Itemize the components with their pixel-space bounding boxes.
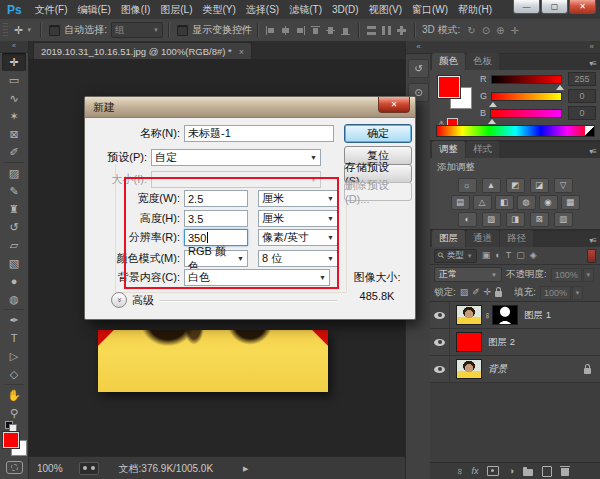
align-vcenter-icon[interactable]	[324, 24, 337, 37]
color-balance-icon[interactable]: △	[473, 195, 492, 210]
tab-layers[interactable]: 图层	[432, 230, 465, 247]
color-lookup-icon[interactable]: ▦	[561, 195, 580, 210]
distribute-center-icon[interactable]	[395, 24, 408, 37]
lock-transparent-icon[interactable]: ▨	[460, 288, 469, 297]
green-value-field[interactable]: 0	[568, 89, 596, 103]
visibility-toggle[interactable]	[430, 356, 450, 382]
tab-paths[interactable]: 路径	[500, 230, 533, 247]
current-tool-icon[interactable]: ✛▼	[11, 24, 35, 37]
curves-icon[interactable]: ◩	[506, 178, 525, 193]
hand-tool[interactable]: ✋	[2, 386, 26, 404]
black-white-icon[interactable]: ◧	[495, 195, 514, 210]
move-tool[interactable]: ✛	[2, 53, 26, 71]
name-input[interactable]: 未标题-1	[184, 125, 334, 142]
hue-saturation-icon[interactable]: ▤	[451, 195, 470, 210]
layer-style-icon[interactable]: fx	[471, 467, 478, 476]
layer-row-1[interactable]: ∞ 图层 1	[430, 302, 600, 329]
exposure-icon[interactable]: ◪	[530, 178, 549, 193]
width-input[interactable]: 2.5	[184, 190, 248, 207]
align-right-icon[interactable]	[294, 24, 307, 37]
brush-tool[interactable]: ✎	[2, 182, 26, 200]
resolution-unit-dropdown[interactable]: 像素/英寸▼	[258, 229, 338, 246]
visibility-toggle[interactable]	[430, 329, 450, 355]
default-colors-icon[interactable]	[5, 421, 17, 431]
expand-advanced-icon[interactable]: »	[111, 292, 127, 308]
strip-collapse-icon[interactable]: «	[406, 41, 431, 54]
tab-adjustments[interactable]: 调整	[432, 141, 465, 158]
menu-type[interactable]: 类型(Y)	[201, 3, 238, 17]
color-mode-dropdown[interactable]: RGB 颜色▼	[184, 250, 248, 267]
eyedropper-tool[interactable]: ✐	[2, 143, 26, 161]
slider-thumb[interactable]	[488, 115, 496, 124]
clone-stamp-tool[interactable]: ♜	[2, 200, 26, 218]
vibrance-icon[interactable]: ▽	[554, 178, 573, 193]
3d-roll-icon[interactable]: ⊙	[482, 25, 490, 36]
filter-type-dropdown[interactable]: ⚲ 类型 ▼	[434, 249, 477, 263]
photo-filter-icon[interactable]: ◍	[517, 195, 536, 210]
tab-channels[interactable]: 通道	[466, 230, 499, 247]
lock-all-icon[interactable]	[495, 291, 502, 297]
link-layers-icon[interactable]: ∞	[455, 468, 464, 474]
menu-3d[interactable]: 3D(D)	[330, 4, 361, 15]
minimize-button[interactable]: —	[513, 0, 540, 14]
align-bottom-icon[interactable]	[339, 24, 352, 37]
blue-slider[interactable]	[490, 109, 562, 118]
invert-icon[interactable]: ◐	[458, 212, 477, 227]
status-menu-arrow-icon[interactable]: ▶	[243, 465, 248, 473]
align-hcenter-icon[interactable]	[279, 24, 292, 37]
new-group-icon[interactable]	[523, 469, 533, 476]
layer-row-background[interactable]: 背景	[430, 356, 600, 383]
eraser-tool[interactable]: ▱	[2, 236, 26, 254]
lock-position-icon[interactable]: ✛	[484, 288, 492, 297]
layer-name[interactable]: 背景	[488, 363, 507, 376]
slider-thumb[interactable]	[489, 98, 497, 107]
posterize-icon[interactable]: ▨	[482, 212, 501, 227]
add-mask-icon[interactable]	[487, 466, 499, 476]
blend-mode-dropdown[interactable]: 正常 ▼	[434, 267, 502, 282]
document-tab[interactable]: 2019.10.31_10.16.51.jpg @ 100%(RGB/8#) *…	[33, 42, 252, 60]
magic-wand-tool[interactable]: ✶	[2, 107, 26, 125]
mask-link-icon[interactable]: ∞	[483, 310, 492, 320]
color-spectrum-ramp[interactable]	[436, 125, 595, 137]
filter-pixel-layers-icon[interactable]: ▣	[482, 251, 491, 260]
close-button[interactable]: ✕	[569, 0, 596, 14]
maximize-button[interactable]: ▢	[541, 0, 568, 14]
menu-image[interactable]: 图像(I)	[119, 3, 152, 17]
levels-icon[interactable]: ▲	[482, 178, 501, 193]
menu-window[interactable]: 窗口(W)	[410, 3, 450, 17]
color-depth-dropdown[interactable]: 8 位▼	[258, 250, 338, 267]
menu-help[interactable]: 帮助(H)	[456, 3, 494, 17]
3d-pan-icon[interactable]: ⊕	[496, 25, 504, 36]
filter-smart-objects-icon[interactable]: ◈	[530, 251, 537, 260]
layer-mask-thumbnail[interactable]	[492, 305, 518, 325]
blue-value-field[interactable]: 0	[568, 106, 596, 120]
ok-button[interactable]: 确定	[344, 124, 412, 143]
history-panel-icon[interactable]: ↺	[408, 59, 429, 78]
menu-view[interactable]: 视图(V)	[367, 3, 404, 17]
dodge-tool[interactable]: ◍	[2, 290, 26, 308]
tab-swatches[interactable]: 色板	[466, 53, 499, 70]
show-transform-checkbox[interactable]	[177, 25, 188, 36]
blur-tool[interactable]: ●	[2, 272, 26, 290]
foreground-color-swatch[interactable]	[3, 432, 19, 448]
close-tab-icon[interactable]: ×	[239, 47, 244, 57]
panel-menu-icon[interactable]: ▾≡	[589, 236, 600, 247]
menu-edit[interactable]: 编辑(E)	[75, 3, 112, 17]
history-brush-tool[interactable]: ↺	[2, 218, 26, 236]
fill-field[interactable]: 100% ▼	[540, 286, 583, 300]
gradient-tool[interactable]: ▧	[2, 254, 26, 272]
distribute-vertical-icon[interactable]	[365, 24, 378, 37]
selective-color-icon[interactable]: ⊠	[530, 212, 549, 227]
menu-file[interactable]: 文件(F)	[33, 3, 70, 17]
auto-select-checkbox[interactable]	[49, 25, 60, 36]
width-unit-dropdown[interactable]: 厘米▼	[258, 190, 338, 207]
type-tool[interactable]: T	[2, 329, 26, 347]
layer-name[interactable]: 图层 2	[488, 336, 515, 349]
layer-thumbnail[interactable]	[456, 359, 482, 379]
filter-type-layers-icon[interactable]: T	[506, 251, 512, 260]
menu-filter[interactable]: 滤镜(T)	[287, 3, 324, 17]
zoom-tool[interactable]: ⚲	[2, 404, 26, 422]
advanced-expander[interactable]: » 高级	[111, 292, 337, 308]
lasso-tool[interactable]: ∿	[2, 89, 26, 107]
opacity-field[interactable]: 100% ▼	[551, 268, 594, 282]
